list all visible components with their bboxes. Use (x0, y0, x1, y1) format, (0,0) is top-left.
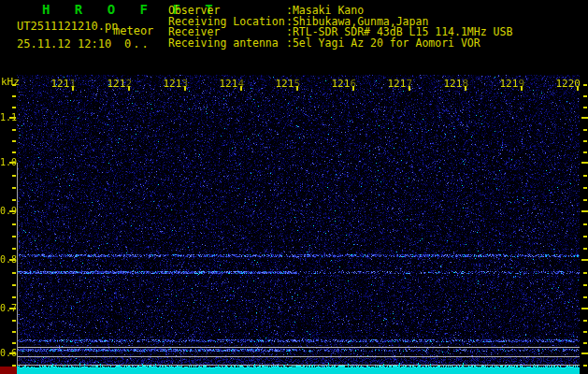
freq-minor-tick-right (583, 284, 587, 286)
time-label-bright: 121 (108, 78, 126, 90)
freq-minor-tick-right (583, 272, 587, 274)
hrofft-screen: H R O F F T UT2511121210.pn meteor 25.11… (0, 0, 588, 374)
freq-minor-tick-left (12, 129, 16, 131)
freq-major-tick-right (581, 308, 588, 309)
freq-major-tick-left (9, 210, 16, 212)
freq-minor-tick-left (12, 223, 16, 225)
freq-major-tick-right (581, 117, 588, 119)
freq-major-tick-left (9, 259, 16, 261)
time-tick-mark (577, 86, 579, 91)
output-filename: UT2511121210.pn (17, 20, 118, 33)
freq-major-tick-left (9, 352, 16, 354)
time-tick-mark (352, 86, 354, 91)
freq-minor-tick-left (12, 84, 16, 86)
freq-minor-tick-left (12, 151, 16, 153)
time-label-bright: 121 (500, 78, 519, 90)
freq-minor-tick-right (583, 107, 587, 108)
time-label-bright: 121 (332, 78, 351, 90)
time-tick-mark (465, 86, 466, 91)
freq-minor-tick-right (583, 129, 587, 131)
freq-minor-tick-left (12, 140, 16, 142)
time-tick-mark (521, 86, 523, 91)
field-value: :5el Yagi Az 20 for Aomori VOR (286, 36, 480, 50)
level-marker-red (0, 367, 17, 374)
time-tick-mark (296, 86, 298, 91)
time-label-bright: 121 (164, 78, 182, 90)
freq-minor-tick-left (12, 236, 16, 237)
spectrogram-canvas (17, 75, 580, 374)
freq-minor-tick-left (12, 187, 16, 189)
freq-major-tick-right (581, 352, 588, 354)
freq-minor-tick-right (583, 187, 587, 189)
freq-minor-tick-right (583, 320, 587, 322)
freq-minor-tick-left (12, 95, 16, 97)
time-label-bright: 121 (51, 78, 70, 90)
freq-minor-tick-right (583, 140, 587, 142)
freq-minor-tick-right (583, 223, 587, 225)
freq-minor-tick-left (12, 284, 16, 286)
time-tick-mark (409, 86, 410, 91)
time-label-bright: 121 (444, 78, 463, 90)
freq-minor-tick-left (12, 296, 16, 298)
time-tick-mark (128, 86, 130, 91)
freq-major-tick-right (581, 210, 588, 212)
freq-major-tick-left (9, 162, 16, 164)
freq-minor-tick-right (583, 95, 587, 97)
time-tick-mark (240, 86, 242, 91)
freq-minor-tick-right (583, 365, 587, 367)
echo-counter: 0.. (124, 37, 151, 50)
freq-minor-tick-left (12, 199, 16, 201)
freq-minor-tick-left (12, 107, 16, 108)
time-tick-mark (184, 86, 186, 91)
datetime-label: 25.11.12 12:10 (17, 37, 111, 50)
time-label-bright: 121 (276, 78, 294, 90)
freq-minor-tick-right (583, 236, 587, 237)
freq-minor-tick-right (583, 199, 587, 201)
mode-label: meteor (113, 24, 153, 37)
freq-minor-tick-left (12, 175, 16, 177)
freq-minor-tick-left (12, 248, 16, 250)
freq-minor-tick-right (583, 84, 587, 86)
time-label-bright: 121 (388, 78, 407, 90)
freq-minor-tick-left (12, 320, 16, 322)
freq-major-tick-left (9, 308, 16, 309)
freq-minor-tick-left (12, 272, 16, 274)
time-label-bright: 121 (220, 78, 238, 90)
freq-minor-tick-right (583, 175, 587, 177)
freq-unit-label: kHz (1, 76, 20, 88)
freq-minor-tick-left (12, 331, 16, 333)
freq-major-tick-left (9, 117, 16, 119)
freq-major-tick-right (581, 162, 588, 164)
freq-minor-tick-right (583, 331, 587, 333)
freq-minor-tick-left (12, 342, 16, 344)
field-label: Receiving antenna (168, 36, 279, 50)
time-tick-mark (72, 86, 74, 91)
freq-major-tick-right (581, 259, 588, 261)
freq-minor-tick-right (583, 151, 587, 153)
freq-minor-tick-right (583, 296, 587, 298)
freq-minor-tick-right (583, 342, 587, 344)
freq-minor-tick-right (583, 248, 587, 250)
